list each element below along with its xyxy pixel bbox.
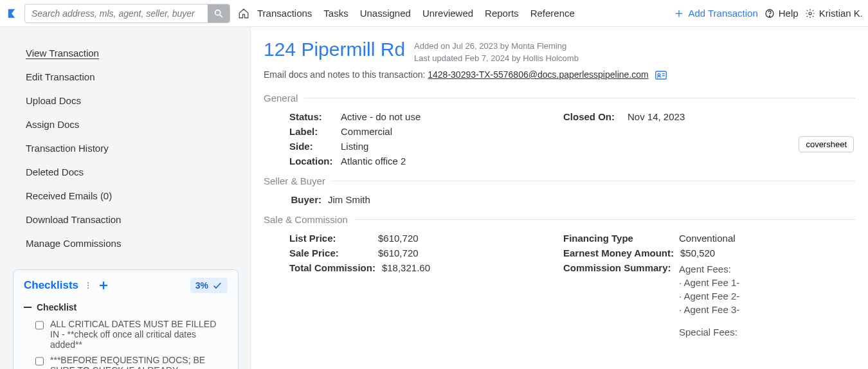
label-label: Label: — [289, 126, 334, 137]
sidebar-assign-docs[interactable]: Assign Docs — [26, 116, 239, 132]
sidebar-deleted-docs[interactable]: Deleted Docs — [26, 164, 239, 180]
sidebar-links: View Transaction Edit Transaction Upload… — [26, 45, 239, 251]
sidebar-transaction-history[interactable]: Transaction History — [26, 140, 239, 156]
sale-section: Sale & Commission List Price:$610,720 Sa… — [264, 214, 855, 339]
checklists-title: Checklists — [24, 279, 78, 292]
checklist-checkbox[interactable] — [35, 357, 44, 366]
sidebar-edit-transaction[interactable]: Edit Transaction — [26, 69, 239, 85]
checklist-checkbox[interactable] — [35, 321, 44, 330]
commsummary-label: Commission Summary: — [563, 262, 673, 273]
transaction-title[interactable]: 124 Pipermill Rd — [264, 39, 405, 60]
checklists-percent: 3% — [195, 280, 208, 291]
listprice-label: List Price: — [289, 233, 372, 244]
sidebar-received-emails[interactable]: Received Emails (0) — [26, 188, 239, 204]
vcard-button[interactable] — [655, 71, 667, 80]
sidebar-manage-commissions[interactable]: Manage Commissions — [26, 235, 239, 251]
search-container — [24, 4, 230, 23]
checklists-add-button[interactable] — [98, 280, 109, 291]
main-nav: Transactions Tasks Unassigned Unreviewed… — [257, 8, 575, 19]
totalcomm-label: Total Commission: — [289, 262, 375, 273]
main-content: coversheet 124 Pipermill Rd Added on Jul… — [251, 27, 868, 369]
side-value: Listing — [341, 141, 368, 152]
buyer-value: Jim Smith — [328, 194, 370, 205]
checklist-item: ***BEFORE REQUESTING DOCS; BE SURE TO CH… — [24, 355, 228, 369]
commission-line: · Agent Fee 1- — [679, 276, 739, 289]
home-button[interactable] — [237, 6, 251, 21]
earnest-value: $50,520 — [680, 248, 715, 258]
question-icon — [764, 8, 775, 19]
plus-icon — [98, 280, 109, 291]
listprice-value: $610,720 — [378, 233, 419, 244]
nav-tasks[interactable]: Tasks — [323, 8, 348, 19]
svg-point-7 — [87, 282, 89, 284]
svg-line-1 — [220, 15, 222, 17]
nav-reports[interactable]: Reports — [485, 8, 519, 19]
checklist-group-label: Checklist — [37, 302, 77, 312]
general-section: General Status:Active - do not use Label… — [264, 93, 855, 166]
nav-unassigned[interactable]: Unassigned — [360, 8, 411, 19]
search-input[interactable] — [25, 5, 208, 22]
saleprice-value: $610,720 — [378, 248, 419, 258]
general-heading: General — [264, 93, 298, 104]
nav-reference[interactable]: Reference — [530, 8, 575, 19]
buyer-label: Buyer: — [289, 194, 321, 205]
sidebar-view-transaction[interactable]: View Transaction — [26, 45, 239, 61]
sidebar-upload-docs[interactable]: Upload Docs — [26, 93, 239, 109]
earnest-label: Earnest Money Amount: — [563, 248, 674, 258]
user-menu[interactable]: Kristian K. — [805, 8, 863, 19]
check-icon — [212, 280, 222, 291]
label-value: Commercial — [341, 126, 392, 137]
sale-heading: Sale & Commission — [264, 214, 348, 225]
svg-point-5 — [769, 15, 770, 16]
totalcomm-value: $18,321.60 — [382, 262, 430, 273]
svg-point-9 — [87, 287, 89, 289]
svg-point-6 — [809, 12, 811, 15]
home-icon — [238, 8, 249, 19]
checklists-menu-button[interactable] — [84, 281, 93, 290]
location-value: Atlantic office 2 — [341, 156, 406, 166]
help-button[interactable]: Help — [764, 8, 799, 19]
dots-vertical-icon — [84, 281, 93, 290]
status-label: Status: — [289, 111, 334, 122]
email-prefix: Email docs and notes to this transaction… — [264, 69, 428, 80]
coversheet-button[interactable]: coversheet — [799, 136, 854, 152]
transaction-email-link[interactable]: 1428-30293-TX-5576806@docs.paperlesspipe… — [428, 69, 648, 80]
parties-heading: Seller & Buyer — [264, 176, 325, 186]
side-label: Side: — [289, 141, 334, 152]
checklist-item: ALL CRITICAL DATES MUST BE FILLED IN - *… — [24, 319, 228, 350]
sidebar-download-transaction[interactable]: Download Transaction — [26, 212, 239, 228]
commission-summary: Agent Fees: · Agent Fee 1- · Agent Fee 2… — [679, 262, 739, 339]
svg-point-8 — [87, 285, 89, 286]
contact-card-icon — [655, 71, 667, 80]
financing-label: Financing Type — [563, 233, 673, 244]
transaction-added-meta: Added on Jul 26, 2023 by Monta Fleming — [414, 41, 579, 51]
checklist-group-header[interactable]: Checklist — [24, 302, 228, 312]
checklists-card: Checklists 3% Checklist ALL CRITICAL DAT… — [13, 269, 239, 369]
collapse-icon — [24, 307, 32, 308]
svg-point-0 — [215, 10, 221, 15]
svg-rect-12 — [655, 71, 666, 79]
closed-value: Nov 14, 2023 — [628, 111, 685, 122]
commission-line: · Agent Fee 2- — [679, 289, 739, 303]
gear-icon — [805, 8, 815, 19]
svg-point-13 — [658, 74, 660, 76]
search-button[interactable] — [208, 4, 230, 22]
add-transaction-label: Add Transaction — [688, 8, 757, 19]
app-logo[interactable] — [5, 7, 18, 20]
status-value: Active - do not use — [341, 111, 420, 122]
plus-icon — [674, 8, 684, 19]
search-icon — [213, 8, 224, 19]
closed-label: Closed On: — [563, 111, 621, 122]
add-transaction-button[interactable]: Add Transaction — [674, 8, 757, 19]
sidebar: View Transaction Edit Transaction Upload… — [0, 27, 251, 369]
financing-value: Conventional — [679, 233, 736, 244]
nav-transactions[interactable]: Transactions — [257, 8, 312, 19]
nav-unreviewed[interactable]: Unreviewed — [422, 8, 473, 19]
transaction-updated-meta: Last updated Feb 7, 2024 by Hollis Holco… — [414, 53, 579, 63]
help-label: Help — [779, 8, 799, 19]
location-label: Location: — [289, 156, 334, 166]
checklists-percent-badge[interactable]: 3% — [190, 278, 228, 293]
checklist-item-text: ALL CRITICAL DATES MUST BE FILLED IN - *… — [50, 319, 228, 350]
commission-line — [679, 316, 739, 325]
parties-section: Seller & Buyer Buyer:Jim Smith — [264, 176, 855, 205]
